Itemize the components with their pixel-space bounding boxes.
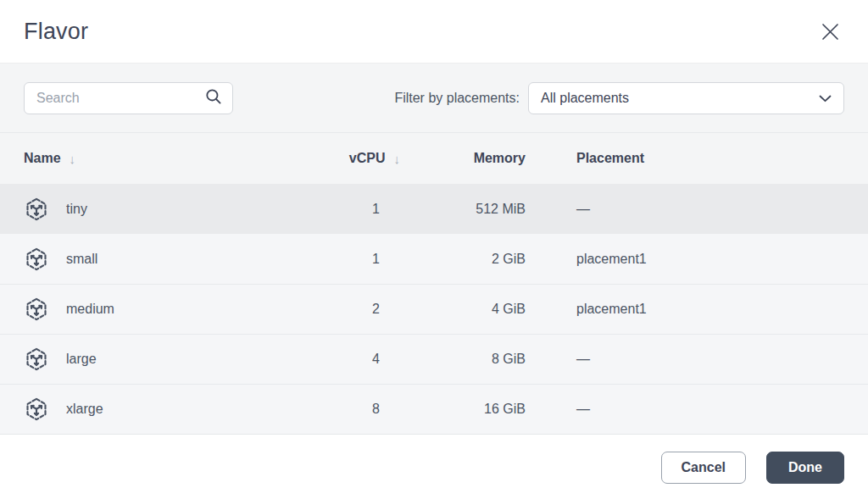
table-row[interactable]: tiny 1 512 MiB —: [0, 184, 868, 234]
table-row[interactable]: xlarge 8 16 GiB —: [0, 384, 868, 434]
column-header-memory[interactable]: Memory: [400, 151, 526, 166]
name-cell: small: [24, 247, 297, 272]
column-header-memory-label: Memory: [474, 151, 526, 166]
table-body: tiny 1 512 MiB — small 1 2 GiB placement…: [0, 184, 868, 434]
placement-select[interactable]: All placements: [528, 82, 844, 114]
table-row[interactable]: small 1 2 GiB placement1: [0, 234, 868, 284]
flavor-dialog: Flavor Filter by placements: All placeme…: [0, 0, 868, 499]
search-button[interactable]: [198, 82, 230, 114]
page-title: Flavor: [24, 19, 88, 45]
flavor-cube-icon: [24, 247, 49, 272]
close-icon: [821, 23, 839, 41]
flavor-name: small: [66, 252, 97, 267]
placement-value: placement1: [526, 302, 844, 317]
flavor-name: large: [66, 352, 97, 367]
placement-filter-label: Filter by placements:: [394, 91, 520, 106]
close-button[interactable]: [816, 18, 844, 46]
memory-value: 512 MiB: [400, 202, 526, 217]
placement-value: placement1: [526, 252, 844, 267]
memory-value: 8 GiB: [400, 352, 526, 367]
name-cell: medium: [24, 297, 297, 322]
dialog-footer: Cancel Done: [0, 434, 868, 499]
flavor-cube-icon: [24, 197, 49, 222]
sort-desc-icon: ↓: [394, 152, 401, 166]
placement-select-value: All placements: [541, 91, 629, 106]
column-header-name[interactable]: Name ↓: [24, 151, 297, 166]
vcpu-value: 8: [297, 402, 400, 417]
filter-bar: Filter by placements: All placements: [0, 63, 868, 132]
sort-desc-icon: ↓: [70, 152, 76, 166]
placement-filter-group: Filter by placements: All placements: [233, 82, 844, 114]
name-cell: tiny: [24, 197, 297, 222]
flavor-cube-icon: [24, 347, 49, 372]
flavor-table: Name ↓ vCPU ↓ Memory Placement: [0, 132, 868, 434]
table-header-row: Name ↓ vCPU ↓ Memory Placement: [0, 133, 868, 184]
search-icon: [205, 88, 222, 108]
column-header-vcpu-label: vCPU: [349, 151, 386, 166]
column-header-vcpu[interactable]: vCPU ↓: [297, 151, 400, 166]
flavor-name: xlarge: [66, 402, 103, 417]
placement-value: —: [526, 402, 844, 417]
flavor-cube-icon: [24, 297, 49, 322]
cancel-button[interactable]: Cancel: [661, 452, 746, 484]
table-row[interactable]: medium 2 4 GiB placement1: [0, 284, 868, 334]
memory-value: 2 GiB: [400, 252, 526, 267]
flavor-name: medium: [66, 302, 114, 317]
chevron-down-icon: [819, 91, 832, 106]
vcpu-value: 1: [297, 252, 400, 267]
vcpu-value: 4: [297, 352, 400, 367]
table-row[interactable]: large 4 8 GiB —: [0, 334, 868, 384]
memory-value: 4 GiB: [400, 302, 526, 317]
vcpu-value: 2: [297, 302, 400, 317]
flavor-name: tiny: [66, 202, 87, 217]
done-button[interactable]: Done: [766, 452, 844, 484]
placement-value: —: [526, 352, 844, 367]
placement-value: —: [526, 202, 844, 217]
search-box: [24, 82, 233, 114]
memory-value: 16 GiB: [400, 402, 526, 417]
column-header-placement-label: Placement: [576, 151, 644, 166]
column-header-placement[interactable]: Placement: [526, 151, 844, 166]
dialog-header: Flavor: [0, 0, 868, 63]
column-header-name-label: Name: [24, 151, 61, 166]
flavor-cube-icon: [24, 396, 49, 422]
name-cell: xlarge: [24, 396, 297, 422]
name-cell: large: [24, 347, 297, 372]
vcpu-value: 1: [297, 202, 400, 217]
